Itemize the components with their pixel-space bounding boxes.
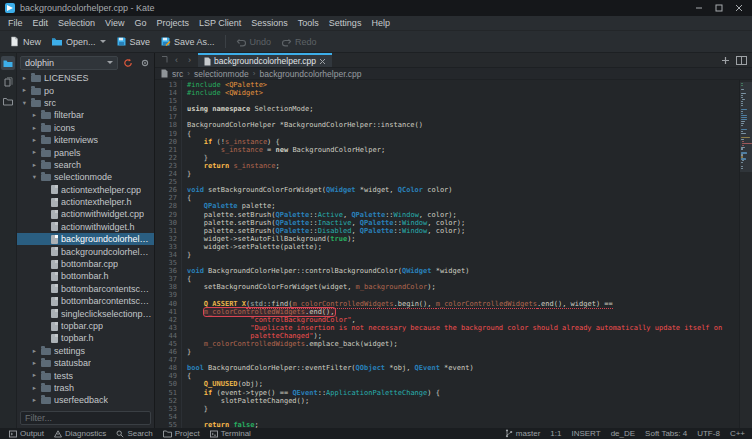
minimap-viewport[interactable] (740, 82, 752, 172)
tree-item-bottombarcontentscontainer-h[interactable]: bottombarcontentscontainer.h (17, 295, 154, 307)
tree-item-statusbar[interactable]: ▸statusbar (17, 357, 154, 369)
code-line-31[interactable]: palette.setBrush(QPalette::Disabled, QPa… (187, 227, 739, 235)
git-branch-indicator[interactable]: master (505, 429, 540, 438)
code-line-23[interactable]: return s_instance; (187, 162, 739, 170)
chevron-right-icon[interactable]: ▸ (31, 125, 38, 132)
chevron-right-icon[interactable]: ▸ (31, 348, 38, 355)
code-line-50[interactable]: Q_UNUSED(obj); (187, 380, 739, 388)
tree-item-src[interactable]: ▾src (17, 97, 154, 109)
forward-button[interactable]: › (184, 55, 195, 66)
code-line-26[interactable]: void setBackgroundColorForWidget(QWidget… (187, 186, 739, 194)
chevron-right-icon[interactable]: ▸ (31, 360, 38, 367)
cursor-position[interactable]: 1:1 (550, 429, 561, 438)
chevron-right-icon[interactable]: ▸ (21, 87, 28, 94)
chevron-right-icon[interactable]: ▸ (31, 385, 38, 392)
code-line-18[interactable]: BackgroundColorHelper *BackgroundColorHe… (187, 121, 739, 129)
highlight-mode-indicator[interactable]: C++ (730, 429, 745, 438)
terminal-tool-button[interactable]: Terminal (205, 428, 256, 439)
project-tool-button[interactable]: Project (158, 428, 205, 439)
back-button[interactable]: ‹ (171, 55, 182, 66)
dictionary-indicator[interactable]: de_DE (611, 429, 635, 438)
breadcrumb-item-file[interactable]: backgroundcolorhelper.cpp (260, 69, 362, 79)
code-line-30[interactable]: palette.setBrush(QPalette::Inactive, QPa… (187, 219, 739, 227)
code-line-17[interactable] (187, 113, 739, 121)
tree-item-singleclickselectionproxystyle-h[interactable]: singleclickselectionproxystyle.h (17, 307, 154, 319)
project-tree[interactable]: ▸LICENSES▸po▾src▸filterbar▸icons▸kitemvi… (17, 71, 154, 409)
code-line-37[interactable]: { (187, 275, 739, 283)
tree-item-licenses[interactable]: ▸LICENSES (17, 72, 154, 84)
line-numbers[interactable]: 1314151617181920212223242526272829303132… (155, 80, 182, 428)
tree-item-icons[interactable]: ▸icons (17, 122, 154, 134)
tree-item-filterbar[interactable]: ▸filterbar (17, 109, 154, 121)
menu-item-help[interactable]: Help (366, 17, 395, 29)
code-line-28[interactable]: QPalette palette; (187, 202, 739, 210)
tree-item-actionwithwidget-h[interactable]: actionwithwidget.h (17, 221, 154, 233)
chevron-right-icon[interactable]: ▸ (31, 162, 38, 169)
tree-item-kitemviews[interactable]: ▸kitemviews (17, 134, 154, 146)
tree-item-topbar-h[interactable]: topbar.h (17, 332, 154, 344)
code-line-55[interactable]: return false; (187, 421, 739, 428)
code-line-14[interactable]: #include <QWidget> (187, 89, 739, 97)
menu-item-sessions[interactable]: Sessions (246, 17, 293, 29)
code-line-40[interactable]: Q_ASSERT_X(std::find(m_colorControlledWi… (187, 300, 739, 308)
code-line-27[interactable]: { (187, 194, 739, 202)
tab-mode-indicator[interactable]: Soft Tabs: 4 (645, 429, 687, 438)
code-line-48[interactable]: bool BackgroundColorHelper::eventFilter(… (187, 364, 739, 372)
code-line-46[interactable]: } (187, 348, 739, 356)
tree-item-trash[interactable]: ▸trash (17, 382, 154, 394)
tree-item-backgroundcolorhelper-cpp[interactable]: backgroundcolorhelper.cpp (17, 233, 154, 245)
menu-item-projects[interactable]: Projects (151, 17, 194, 29)
tree-item-bottombar-h[interactable]: bottombar.h (17, 270, 154, 282)
minimap[interactable] (739, 80, 752, 428)
tree-item-backgroundcolorhelper-h[interactable]: backgroundcolorhelper.h (17, 245, 154, 257)
menu-item-lsp-client[interactable]: LSP Client (194, 17, 246, 29)
code-line-54[interactable] (187, 413, 739, 421)
code-line-25[interactable] (187, 178, 739, 186)
close-button[interactable] (734, 3, 744, 13)
code-line-43[interactable]: "Duplicate insertion is not necessary be… (187, 324, 739, 332)
sidebar-button-documents[interactable] (1, 75, 15, 89)
code-content[interactable]: #include <QPalette>#include <QWidget> us… (182, 80, 739, 428)
tree-item-actiontexthelper-h[interactable]: actiontexthelper.h (17, 196, 154, 208)
code-line-35[interactable] (187, 259, 739, 267)
code-line-20[interactable]: if (!s_instance) { (187, 138, 739, 146)
project-reload-button[interactable] (120, 56, 135, 70)
tree-item-tests[interactable]: ▸tests (17, 369, 154, 381)
code-line-24[interactable]: } (187, 170, 739, 178)
code-line-34[interactable]: } (187, 251, 739, 259)
tree-item-settings[interactable]: ▸settings (17, 345, 154, 357)
tree-item-search[interactable]: ▸search (17, 159, 154, 171)
tree-item-po[interactable]: ▸po (17, 84, 154, 96)
maximize-button[interactable] (714, 3, 724, 13)
diagnostics-tool-button[interactable]: Diagnostics (49, 428, 111, 439)
new-tab-plus-icon[interactable] (721, 56, 730, 65)
tree-item-panels[interactable]: ▸panels (17, 146, 154, 158)
tree-item-bottombar-cpp[interactable]: bottombar.cpp (17, 258, 154, 270)
filter-input[interactable] (20, 411, 151, 425)
code-line-42[interactable]: "controlBackgroundColor", (187, 316, 739, 324)
code-line-39[interactable] (187, 291, 739, 299)
breadcrumb-item-src[interactable]: src (172, 69, 183, 79)
code-line-52[interactable]: slotPaletteChanged(); (187, 397, 739, 405)
chevron-right-icon[interactable]: ▸ (31, 137, 38, 144)
code-line-13[interactable]: #include <QPalette> (187, 81, 739, 89)
new-button[interactable]: New (4, 34, 46, 49)
save-as-button[interactable]: Save As... (155, 34, 220, 49)
chevron-right-icon[interactable]: ▸ (31, 149, 38, 156)
code-line-32[interactable]: widget->setAutoFillBackground(true); (187, 235, 739, 243)
chevron-down-icon[interactable]: ▾ (31, 174, 38, 181)
document-list-button[interactable] (158, 55, 169, 66)
sidebar-button-projects[interactable] (1, 56, 15, 70)
project-options-button[interactable] (137, 56, 152, 70)
tree-item-bottombarcontentscontainer-cpp[interactable]: bottombarcontentscontainer.cpp (17, 283, 154, 295)
undo-button[interactable]: Undo (231, 35, 277, 49)
menu-item-selection[interactable]: Selection (53, 17, 100, 29)
tree-item-actiontexthelper-cpp[interactable]: actiontexthelper.cpp (17, 184, 154, 196)
code-line-29[interactable]: palette.setBrush(QPalette::Active, QPale… (187, 211, 739, 219)
chevron-down-icon[interactable]: ▾ (21, 100, 28, 107)
open-button[interactable]: Open... (46, 34, 111, 49)
chevron-right-icon[interactable]: ▸ (31, 397, 38, 404)
code-line-51[interactable]: if (event->type() == QEvent::Application… (187, 389, 739, 397)
code-line-16[interactable]: using namespace SelectionMode; (187, 105, 739, 113)
redo-button[interactable]: Redo (276, 35, 322, 49)
